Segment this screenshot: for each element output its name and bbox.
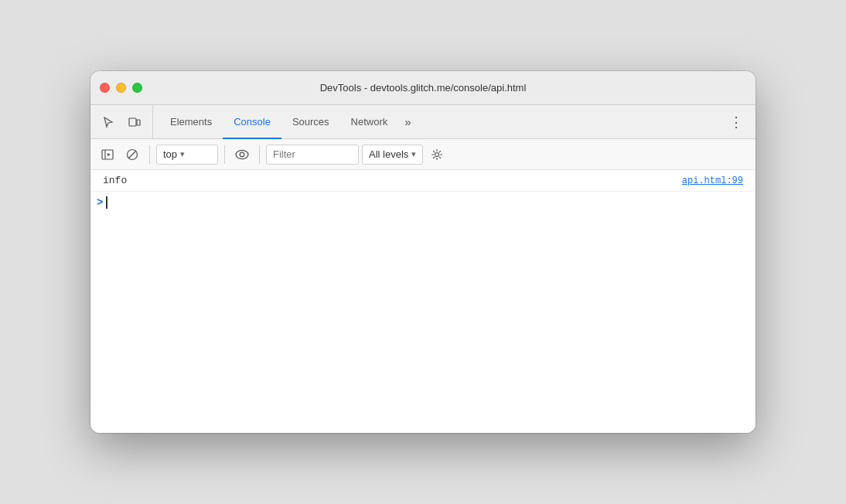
eye-icon bbox=[235, 148, 249, 162]
log-levels-selector[interactable]: All levels ▾ bbox=[362, 145, 423, 165]
tab-spacer bbox=[418, 105, 723, 138]
svg-point-8 bbox=[240, 152, 244, 157]
cursor-icon bbox=[102, 116, 114, 128]
tab-console[interactable]: Console bbox=[223, 105, 281, 139]
console-message: info bbox=[103, 175, 127, 186]
console-cursor[interactable] bbox=[106, 196, 107, 209]
levels-arrow-icon: ▾ bbox=[411, 149, 416, 159]
context-selector[interactable]: top ▾ bbox=[156, 145, 218, 165]
sidebar-icon bbox=[101, 148, 114, 161]
console-entry-info: info api.html:99 bbox=[90, 170, 756, 192]
toolbar-separator-1 bbox=[149, 145, 150, 164]
inspect-element-button[interactable] bbox=[97, 111, 120, 134]
title-bar: DevTools - devtools.glitch.me/console/ap… bbox=[90, 71, 756, 105]
close-button[interactable] bbox=[100, 83, 110, 93]
device-icon bbox=[128, 116, 141, 128]
tab-network[interactable]: Network bbox=[340, 105, 399, 139]
svg-line-6 bbox=[128, 151, 136, 158]
svg-point-7 bbox=[236, 150, 248, 158]
console-source-link[interactable]: api.html:99 bbox=[682, 175, 743, 186]
more-tabs-button[interactable]: » bbox=[398, 105, 417, 138]
show-sidebar-button[interactable] bbox=[97, 144, 118, 165]
devtools-window: DevTools - devtools.glitch.me/console/ap… bbox=[90, 71, 756, 433]
maximize-button[interactable] bbox=[132, 83, 142, 93]
toolbar-separator-2 bbox=[224, 145, 225, 164]
clear-icon bbox=[126, 148, 138, 161]
context-arrow-icon: ▾ bbox=[180, 149, 185, 159]
window-title: DevTools - devtools.glitch.me/console/ap… bbox=[320, 82, 527, 94]
tab-bar: Elements Console Sources Network » ⋮ bbox=[90, 105, 756, 139]
console-content: info api.html:99 > bbox=[90, 170, 756, 433]
gear-icon bbox=[431, 148, 443, 161]
console-input-row[interactable]: > bbox=[90, 192, 756, 213]
console-settings-button[interactable] bbox=[426, 144, 448, 165]
console-toolbar: top ▾ All levels ▾ bbox=[90, 139, 756, 170]
toolbar-separator-3 bbox=[259, 145, 260, 164]
svg-marker-4 bbox=[107, 153, 111, 156]
devtools-menu-button[interactable]: ⋮ bbox=[723, 105, 749, 138]
console-prompt: > bbox=[97, 196, 103, 209]
filter-input[interactable] bbox=[266, 145, 359, 165]
svg-point-9 bbox=[435, 152, 439, 156]
svg-rect-0 bbox=[129, 118, 136, 126]
minimize-button[interactable] bbox=[116, 83, 126, 93]
preserve-log-button[interactable] bbox=[231, 144, 253, 165]
traffic-lights bbox=[100, 83, 142, 93]
device-toolbar-button[interactable] bbox=[123, 111, 146, 134]
clear-console-button[interactable] bbox=[121, 144, 143, 165]
svg-rect-1 bbox=[137, 120, 140, 125]
devtools-icons bbox=[97, 105, 153, 138]
tab-elements[interactable]: Elements bbox=[159, 105, 223, 139]
tab-sources[interactable]: Sources bbox=[281, 105, 340, 139]
